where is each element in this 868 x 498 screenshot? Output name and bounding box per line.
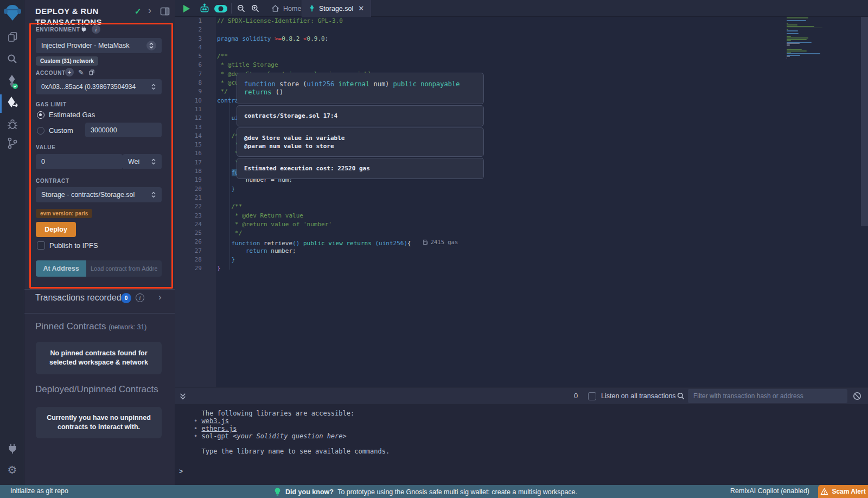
terminal-filter-input[interactable] <box>688 389 847 403</box>
code-line[interactable]: /** <box>217 202 781 211</box>
remix-logo-icon[interactable] <box>0 4 24 21</box>
run-script-play-icon[interactable] <box>180 0 193 17</box>
git-icon[interactable] <box>0 137 24 150</box>
activity-bar: ⚙ <box>0 0 24 485</box>
at-address-input[interactable] <box>86 260 162 277</box>
terminal-link[interactable]: web3.js <box>201 417 229 425</box>
line-number: 16 <box>175 149 216 158</box>
code-line[interactable]: * @title Storage <box>217 61 781 69</box>
line-number: 20 <box>175 185 216 194</box>
debugger-icon[interactable] <box>0 118 24 130</box>
terminal-link[interactable]: ethers.js <box>201 425 237 432</box>
scam-alert-badge[interactable]: Scam Alert <box>818 485 868 498</box>
minimap-line <box>787 37 808 39</box>
scam-alert-label: Scam Alert <box>832 488 865 495</box>
code-line[interactable]: */ <box>217 229 781 238</box>
file-explorer-icon[interactable] <box>0 31 24 43</box>
line-number: 11 <box>175 105 216 114</box>
ai-toggle-icon[interactable] <box>213 0 229 17</box>
terminal-output[interactable]: The following libraries are accessible:•… <box>175 404 868 486</box>
expand-chevron-icon[interactable]: › <box>158 292 162 303</box>
copy-icon[interactable] <box>88 69 95 76</box>
code-line[interactable]: } <box>217 185 781 194</box>
code-line[interactable] <box>217 25 781 34</box>
code-line[interactable]: /** <box>217 52 781 61</box>
listen-all-checkbox[interactable] <box>588 392 596 400</box>
listen-all-label: Listen on all transactions <box>601 392 676 400</box>
contract-value: Storage - contracts/Storage.sol <box>41 191 135 199</box>
git-init-button[interactable]: Initialize as git repo <box>10 487 68 495</box>
code-line[interactable]: } <box>217 256 781 264</box>
transaction-count: 0 <box>574 392 578 400</box>
panel-chevron-icon[interactable]: › <box>148 5 151 16</box>
terminal-line: • sol-gpt <your Solidity question here> <box>194 432 868 440</box>
value-unit-select[interactable]: Wei <box>123 154 162 169</box>
minimap-line <box>787 23 788 24</box>
tab-storage-sol[interactable]: Storage.sol ✕ <box>302 0 371 17</box>
custom-gas-option[interactable]: Custom <box>37 126 73 135</box>
deploy-button[interactable]: Deploy <box>36 222 76 237</box>
minimap-line <box>787 53 820 54</box>
minimap[interactable] <box>787 17 838 82</box>
minimap-line <box>787 56 790 58</box>
environment-select[interactable]: Injected Provider - MetaMask <box>36 38 162 53</box>
transactions-recorded-label: Transactions recorded <box>35 293 122 303</box>
network-badge: Custom (31) network <box>36 56 98 66</box>
divider <box>24 289 175 290</box>
minimap-line <box>787 39 807 40</box>
add-account-icon[interactable]: + <box>65 68 74 76</box>
custom-gas-input[interactable] <box>91 126 156 134</box>
minimap-line <box>787 50 807 52</box>
collapse-terminal-icon[interactable] <box>179 392 187 400</box>
at-address-button[interactable]: At Address <box>36 260 86 277</box>
publish-ipfs-option[interactable]: Publish to IPFS <box>37 241 98 250</box>
code-editor[interactable]: 1234567891011121314151617181920212223242… <box>175 17 868 387</box>
code-line[interactable]: pragma solidity >=0.8.2 <0.9.0; <box>217 35 781 43</box>
plugin-manager-icon[interactable] <box>0 443 24 455</box>
ai-robot-icon[interactable] <box>197 0 212 17</box>
value-input[interactable] <box>41 158 117 165</box>
account-select[interactable]: 0xA03...85ac4 (0.398673504934 <box>36 79 162 94</box>
minimap-line <box>787 26 814 27</box>
contract-select[interactable]: Storage - contracts/Storage.sol <box>36 187 162 202</box>
minimap-line <box>787 43 800 44</box>
plug-icon[interactable] <box>80 25 87 33</box>
code-line[interactable]: * @dev Return value <box>217 212 781 220</box>
edit-icon[interactable]: ✎ <box>78 68 84 76</box>
line-number: 9 <box>175 87 216 96</box>
settings-gear-icon[interactable]: ⚙ <box>0 463 24 476</box>
estimated-gas-option[interactable]: Estimated Gas <box>37 111 95 119</box>
code-line[interactable]: function retrieve() public view returns … <box>217 238 781 246</box>
tooltip-gas-cost: Estimated execution cost: 22520 gas <box>237 158 484 179</box>
radio-selected-icon[interactable] <box>37 111 44 119</box>
close-tab-icon[interactable]: ✕ <box>358 4 364 12</box>
solidity-compiler-icon[interactable] <box>0 74 24 90</box>
search-icon[interactable] <box>676 392 685 400</box>
code-line[interactable]: // SPDX-License-Identifier: GPL-3.0 <box>217 17 781 25</box>
panel-pin-icon[interactable] <box>160 7 170 16</box>
code-line[interactable]: return number; <box>217 247 781 256</box>
search-icon[interactable] <box>0 53 24 65</box>
code-line[interactable]: * @return value of 'number' <box>217 220 781 229</box>
clear-filter-icon[interactable] <box>853 392 861 400</box>
info-icon[interactable]: i <box>136 293 144 302</box>
code-line[interactable]: } <box>217 264 781 273</box>
terminal-prompt[interactable]: > <box>179 468 183 475</box>
zoom-in-icon[interactable] <box>248 0 261 17</box>
line-number: 13 <box>175 123 216 132</box>
editor-scrollbar[interactable] <box>861 17 868 226</box>
deploy-run-icon[interactable] <box>0 96 24 109</box>
publish-checkbox[interactable] <box>37 241 45 250</box>
chevron-updown-icon <box>151 191 156 198</box>
chevron-updown-icon <box>151 158 156 165</box>
info-icon[interactable]: i <box>92 25 100 34</box>
zoom-out-icon[interactable] <box>234 0 247 17</box>
remix-ide-window: ⚙ DEPLOY & RUN TRANSACTIONS ✓ › ENVIRONM… <box>0 0 868 498</box>
copilot-status[interactable]: RemixAI Copilot (enabled) <box>730 487 809 495</box>
chevron-updown-icon <box>146 41 156 50</box>
radio-unselected-icon[interactable] <box>37 127 44 135</box>
code-line[interactable] <box>217 194 781 202</box>
home-icon <box>271 4 279 12</box>
code-line[interactable] <box>217 43 781 52</box>
line-number: 8 <box>175 79 216 87</box>
